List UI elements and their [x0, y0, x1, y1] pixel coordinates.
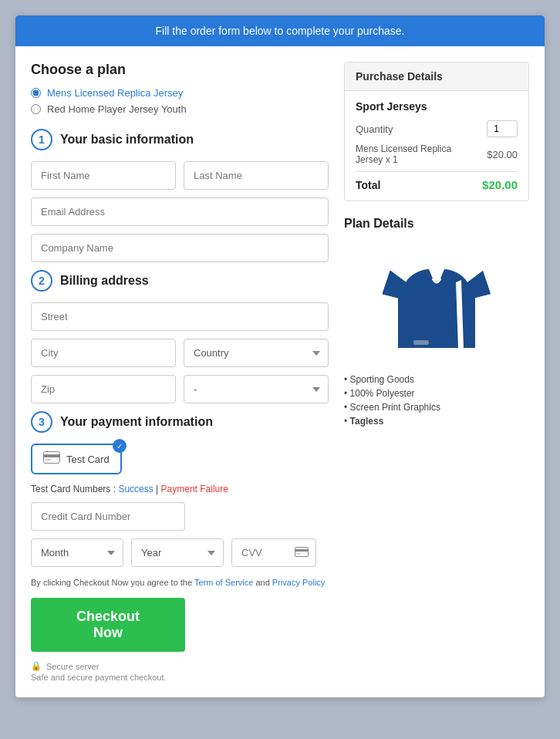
secure-note: 🔒 Secure server Safe and secure payment … — [31, 661, 329, 682]
step1-header: 1 Your basic information — [31, 129, 329, 150]
payment-section: 3 Your payment information Test Card ✓ — [31, 411, 329, 682]
purchase-body: Sport Jerseys Quantity Mens Licensed Rep… — [345, 91, 528, 201]
privacy-link[interactable]: Privacy Policy — [272, 578, 325, 587]
svg-rect-1 — [43, 454, 60, 457]
plan-label-mens: Mens Licensed Replica Jersey — [47, 87, 183, 99]
check-badge: ✓ — [113, 439, 127, 453]
content-area: Choose a plan Mens Licensed Replica Jers… — [15, 46, 545, 697]
test-card-label: Test Card — [66, 454, 110, 465]
cc-number-input[interactable] — [31, 502, 185, 531]
cvv-card-icon — [295, 547, 309, 559]
lock-icon: 🔒 — [31, 661, 42, 671]
svg-rect-3 — [295, 547, 309, 556]
plan-radio-youth[interactable] — [31, 104, 41, 114]
plan-details-title: Plan Details — [344, 217, 529, 231]
failure-link[interactable]: Payment Failure — [161, 484, 228, 494]
cvv-wrapper — [231, 538, 316, 567]
first-name-input[interactable] — [31, 161, 176, 190]
street-input[interactable] — [31, 302, 329, 331]
purchase-divider — [356, 171, 518, 172]
company-row — [31, 234, 329, 262]
item-label: Mens Licensed Replica Jersey x 1 — [356, 143, 456, 165]
month-select[interactable]: Month 0102 0304 0506 0708 0910 1112 — [31, 538, 123, 567]
feature-0: Sporting Goods — [344, 374, 529, 385]
plan-radio-mens[interactable] — [31, 88, 41, 98]
email-row — [31, 197, 329, 226]
checkout-button[interactable]: Checkout Now — [31, 598, 185, 652]
svg-rect-5 — [296, 553, 301, 555]
purchase-box: Purchase Details Sport Jerseys Quantity … — [344, 62, 529, 201]
success-link[interactable]: Success — [118, 484, 153, 494]
plan-features: Sporting Goods 100% Polyester Screen Pri… — [344, 374, 529, 427]
feature-2: Screen Print Graphics — [344, 402, 529, 413]
zip-state-row: - AL CA NY — [31, 375, 329, 403]
item-row: Mens Licensed Replica Jersey x 1 $20.00 — [356, 143, 518, 165]
state-select[interactable]: - AL CA NY — [184, 375, 329, 403]
plan-label-youth: Red Home Player Jersey Youth — [47, 103, 187, 115]
page-wrapper: Fill the order form below to complete yo… — [15, 15, 545, 697]
svg-rect-4 — [295, 549, 309, 552]
step3-header: 3 Your payment information — [31, 411, 329, 433]
step2-label: Billing address — [60, 274, 149, 288]
tos-link[interactable]: Term of Service — [194, 578, 253, 587]
jersey-image — [344, 240, 529, 363]
left-panel: Choose a plan Mens Licensed Replica Jers… — [31, 62, 329, 682]
svg-rect-6 — [413, 340, 429, 345]
plan-option-youth[interactable]: Red Home Player Jersey Youth — [31, 103, 329, 115]
feature-1: 100% Polyester — [344, 388, 529, 399]
test-card-numbers: Test Card Numbers : Success | Payment Fa… — [31, 484, 329, 494]
choose-plan-title: Choose a plan — [31, 62, 329, 78]
purchase-details-title: Purchase Details — [345, 62, 528, 91]
country-select[interactable]: Country United States Canada United King… — [184, 339, 329, 367]
step2-header: 2 Billing address — [31, 270, 329, 292]
svg-rect-2 — [45, 459, 51, 461]
total-value: $20.00 — [482, 178, 518, 191]
name-row — [31, 161, 329, 190]
total-label: Total — [356, 179, 380, 191]
step3-label: Your payment information — [60, 415, 213, 429]
secure-line1: 🔒 Secure server — [31, 661, 329, 671]
street-row — [31, 302, 329, 331]
card-icon — [43, 451, 60, 467]
item-price: $20.00 — [487, 149, 518, 160]
right-panel: Purchase Details Sport Jerseys Quantity … — [344, 62, 529, 682]
step3-circle: 3 — [31, 411, 52, 433]
total-row: Total $20.00 — [356, 178, 518, 191]
top-banner: Fill the order form below to complete yo… — [15, 15, 545, 46]
product-name: Sport Jerseys — [356, 100, 518, 113]
zip-input[interactable] — [31, 375, 176, 403]
last-name-input[interactable] — [184, 161, 329, 190]
step2-circle: 2 — [31, 270, 52, 292]
step1-label: Your basic information — [60, 133, 194, 147]
secure-line2: Safe and secure payment checkout. — [31, 673, 329, 682]
city-country-row: Country United States Canada United King… — [31, 339, 329, 367]
plan-options: Mens Licensed Replica Jersey Red Home Pl… — [31, 87, 329, 115]
year-select[interactable]: Year 20242025 20262027 20282029 — [131, 538, 224, 567]
quantity-label: Quantity — [356, 123, 393, 135]
city-input[interactable] — [31, 339, 176, 367]
test-card-box[interactable]: Test Card ✓ — [31, 444, 122, 474]
cvv-row: Month 0102 0304 0506 0708 0910 1112 Year… — [31, 538, 329, 567]
step1-circle: 1 — [31, 129, 52, 150]
company-input[interactable] — [31, 234, 329, 262]
banner-text: Fill the order form below to complete yo… — [156, 25, 405, 37]
quantity-row: Quantity — [356, 120, 518, 137]
quantity-input[interactable] — [487, 120, 518, 137]
terms-text: By clicking Checkout Now you agree to th… — [31, 578, 329, 587]
feature-3: Tagless — [344, 416, 529, 427]
cc-number-row — [31, 502, 329, 531]
email-input[interactable] — [31, 197, 329, 226]
plan-option-mens[interactable]: Mens Licensed Replica Jersey — [31, 87, 329, 99]
